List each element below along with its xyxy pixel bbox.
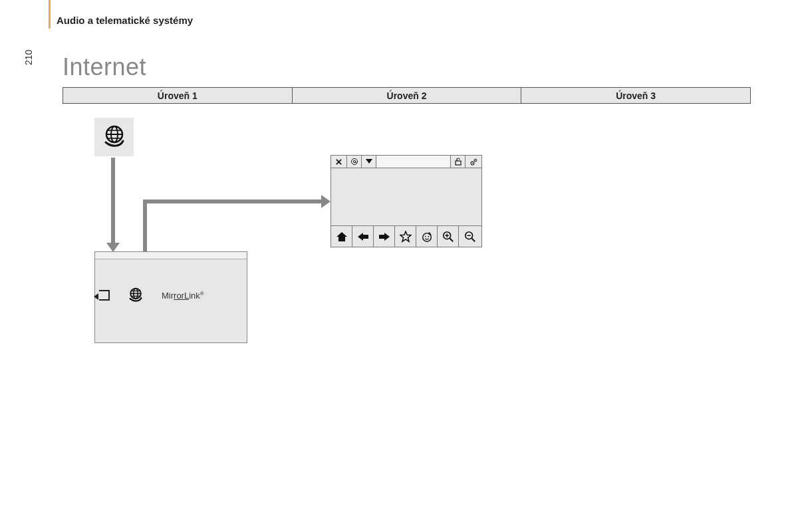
zoom-out-button[interactable] [459,226,481,247]
level-3-header: Úroveň 3 [521,88,751,104]
dropdown-button[interactable] [362,156,376,168]
refresh-face-icon [421,231,433,243]
svg-point-19 [475,160,475,160]
svg-line-29 [450,238,453,241]
close-icon [336,159,342,165]
refresh-face-button[interactable] [416,226,438,247]
home-button[interactable] [331,226,352,247]
svg-point-12 [351,159,357,165]
svg-line-33 [471,238,475,241]
browser-viewport [331,168,481,225]
level-2-header: Úroveň 2 [292,88,521,104]
zoom-in-icon [442,231,454,243]
browser-bottom-toolbar [331,225,481,247]
svg-marker-22 [379,233,390,241]
svg-marker-23 [400,231,410,241]
svg-point-13 [353,160,355,162]
arrow-vertical-connector [143,200,147,257]
arrow-right-icon [379,233,390,241]
svg-rect-15 [456,161,461,165]
exit-icon[interactable] [99,290,110,301]
at-icon [350,158,358,166]
globe-hand-icon [101,124,128,150]
globe-menu-button[interactable] [127,287,144,304]
home-icon [336,231,348,242]
favorite-button[interactable] [395,226,416,247]
settings-button[interactable] [466,156,481,168]
page-title: Internet [63,53,146,81]
arrow-down [111,158,115,244]
url-bar[interactable] [376,156,451,168]
lock-button[interactable] [451,156,466,168]
arrow-right [143,200,323,203]
svg-point-26 [428,235,429,237]
svg-point-24 [422,233,431,241]
mirrorlink-label: MirrorLink® [162,291,204,301]
address-at-button[interactable] [347,156,362,168]
levels-table: Úroveň 1 Úroveň 2 Úroveň 3 [63,87,751,104]
section-marker [49,0,51,29]
close-button[interactable] [331,156,347,168]
svg-point-25 [424,235,426,237]
internet-menu-panel: MirrorLink® [94,251,247,343]
gear-icon [469,158,478,166]
svg-marker-14 [366,159,372,164]
star-icon [400,231,412,243]
svg-point-17 [471,162,473,164]
unlock-icon [455,158,462,166]
forward-button[interactable] [374,226,395,247]
chevron-down-icon [366,159,372,164]
page-number: 210 [23,50,34,65]
browser-window [331,155,482,247]
level-1-header: Úroveň 1 [63,88,293,104]
browser-top-toolbar [331,156,481,168]
zoom-in-button[interactable] [438,226,459,247]
arrow-left-icon [358,233,368,241]
back-button[interactable] [352,226,374,247]
section-header: Audio a telematické systémy [57,15,193,26]
menu-panel-titlebar [95,252,247,259]
internet-globe-button[interactable] [94,118,134,156]
mirrorlink-button[interactable]: MirrorLink® [162,289,204,301]
globe-hand-icon [127,287,144,304]
svg-marker-20 [336,232,347,241]
zoom-out-icon [464,231,476,243]
svg-marker-21 [358,233,368,241]
